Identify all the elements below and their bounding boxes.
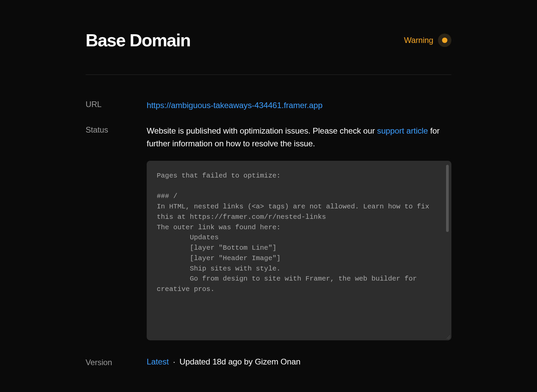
status-label: Status [86,125,147,135]
status-value: Website is published with optimization i… [147,125,451,340]
status-badge-indicator [438,34,451,47]
version-label: Version [86,357,147,367]
scrollbar-thumb[interactable] [446,165,449,232]
url-label: URL [86,99,147,109]
version-meta: Updated 18d ago by Gizem Onan [180,357,300,366]
support-article-link[interactable]: support article [377,126,428,135]
error-log-block[interactable]: Pages that failed to optimize: ### / In … [147,161,451,340]
error-log-text: Pages that failed to optimize: ### / In … [157,172,433,293]
version-link[interactable]: Latest [147,357,169,366]
status-badge: Warning [404,34,451,47]
resize-handle-icon[interactable] [445,334,450,339]
status-badge-label: Warning [404,36,433,45]
page-title: Base Domain [86,30,190,50]
page-header: Base Domain Warning [86,30,451,75]
url-link[interactable]: https://ambiguous-takeaways-434461.frame… [147,101,323,110]
content-area: URL https://ambiguous-takeaways-434461.f… [86,75,451,367]
version-row: Version Latest · Updated 18d ago by Gize… [86,357,451,367]
status-text-before: Website is published with optimization i… [147,126,377,135]
url-row: URL https://ambiguous-takeaways-434461.f… [86,99,451,112]
url-value: https://ambiguous-takeaways-434461.frame… [147,99,451,112]
version-separator: · [173,357,175,366]
version-value: Latest · Updated 18d ago by Gizem Onan [147,357,300,366]
warning-dot-icon [442,38,447,43]
status-row: Status Website is published with optimiz… [86,125,451,340]
